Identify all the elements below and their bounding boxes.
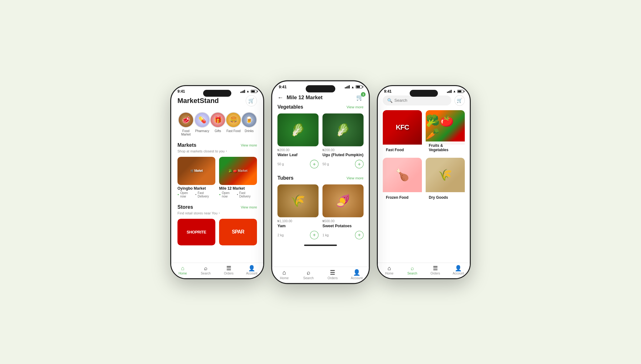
category-label-fastfood: Fast Food bbox=[226, 129, 240, 133]
dynamic-island-2 bbox=[306, 85, 336, 92]
nav-orders-icon-1: ☰ bbox=[226, 265, 231, 271]
tubers-view-more[interactable]: View more bbox=[346, 176, 363, 180]
vegetables-section: Vegetables View more 🥬 ₦200.00 Water Lea… bbox=[272, 104, 369, 168]
cart-with-badge[interactable]: 🛒 3 bbox=[356, 94, 363, 101]
yam-qty: 2 kg bbox=[277, 233, 284, 237]
nav-orders-2[interactable]: ☰ Orders bbox=[320, 269, 345, 280]
phone2-content: ← Mile 12 Market 🛒 3 Vegetables View mor… bbox=[272, 91, 369, 267]
category-circle-fastfood: 🍔 bbox=[226, 112, 241, 128]
waterleaf-name: Water Leaf bbox=[277, 152, 318, 157]
nav-home-2[interactable]: ⌂ Home bbox=[272, 269, 296, 280]
nav-home-1[interactable]: ⌂ Home bbox=[171, 265, 194, 275]
nav-account-3[interactable]: 👤 Account bbox=[447, 265, 470, 275]
search-input-wrap[interactable]: 🔍 bbox=[383, 95, 451, 105]
cat-label-fruits: Fruits & Vegetables bbox=[426, 141, 465, 154]
nav-account-icon-3: 👤 bbox=[455, 265, 462, 271]
stores-title: Stores bbox=[177, 204, 193, 210]
mile12-info: Mile 12 Market ● Open now • Fast Deliver… bbox=[219, 185, 257, 198]
markets-subtitle: Shop at markets closest to you › bbox=[177, 149, 257, 153]
nav-orders-1[interactable]: ☰ Orders bbox=[217, 265, 240, 275]
stores-view-more[interactable]: View more bbox=[241, 205, 257, 209]
store-cards: SHOPRITE SPAR bbox=[177, 219, 257, 245]
category-food-market[interactable]: 🥩 Food Market bbox=[177, 112, 194, 136]
product-card-sweetpotato: 🍠 ₦500.00 Sweet Potatoes 1 kg + bbox=[322, 184, 363, 239]
nav-search-icon-1: ⌕ bbox=[204, 265, 208, 271]
nav-orders-3[interactable]: ☰ Orders bbox=[424, 265, 447, 275]
category-drinks[interactable]: 🍺 Drinks bbox=[241, 112, 257, 136]
nav-orders-label-3: Orders bbox=[430, 272, 440, 275]
add-waterleaf-btn[interactable]: + bbox=[310, 160, 318, 168]
bottom-nav-3: ⌂ Home ⌕ Search ☰ Orders 👤 Account bbox=[378, 263, 470, 278]
ugu-name: Ugu (Fluted Pumpkin) bbox=[322, 152, 363, 157]
waterleaf-price: ₦200.00 bbox=[277, 148, 318, 152]
chevron-right-markets: › bbox=[226, 149, 227, 153]
tubers-title: Tubers bbox=[277, 175, 293, 180]
nav-home-3[interactable]: ⌂ Home bbox=[378, 265, 401, 275]
nav-search-3[interactable]: ⌕ Search bbox=[401, 265, 424, 275]
markets-view-more[interactable]: View more bbox=[241, 143, 257, 147]
market-card-mile12[interactable]: 🥦 🍅 Market Mile 12 Market ● Open now • F… bbox=[219, 157, 257, 198]
add-sweetpotato-btn[interactable]: + bbox=[355, 231, 363, 239]
mile12-image: 🥦 🍅 Market bbox=[219, 157, 257, 185]
store-card-shoprite[interactable]: SHOPRITE bbox=[177, 219, 215, 245]
cat-label-fast-food: Fast Food bbox=[383, 146, 422, 154]
product-card-yam: 🌾 ₦1,100.00 Yam 2 kg + bbox=[277, 184, 318, 239]
category-grid: KFC Fast Food 🥦🍅🥕 Fruits & Vegetables bbox=[383, 110, 465, 202]
oyingbo-name: Oyingbo Market bbox=[177, 186, 215, 191]
cat-card-fast-food[interactable]: KFC Fast Food bbox=[383, 110, 422, 154]
nav-orders-icon-2: ☰ bbox=[330, 269, 335, 275]
waterleaf-image: 🥬 bbox=[277, 113, 318, 146]
waterleaf-qty: 50 g bbox=[277, 162, 284, 166]
category-gifts[interactable]: 🎁 Gifts bbox=[210, 112, 226, 136]
nav-account-1[interactable]: 👤 Account bbox=[240, 265, 264, 275]
mile12-name: Mile 12 Market bbox=[219, 186, 257, 191]
stores-subtitle: Find retail stores near You › bbox=[177, 211, 257, 215]
vegetables-header: Vegetables View more bbox=[277, 104, 363, 110]
nav-account-2[interactable]: 👤 Account bbox=[345, 269, 369, 280]
waterleaf-footer: 50 g + bbox=[277, 160, 318, 168]
nav-search-label-2: Search bbox=[303, 276, 314, 280]
category-label-pharmacy: Pharmacy bbox=[195, 129, 209, 133]
add-yam-btn[interactable]: + bbox=[310, 231, 318, 239]
signal-bar-4 bbox=[244, 90, 245, 93]
wifi-icon-1: ▲ bbox=[246, 90, 249, 93]
cart-badge: 3 bbox=[361, 92, 366, 97]
category-row: 🥩 Food Market 💊 Pharmacy 🎁 Gifts 🍔 Fast … bbox=[177, 112, 257, 136]
status-icons-2: ▲ bbox=[345, 85, 362, 89]
tubers-section: Tubers View more 🌾 ₦1,100.00 Yam bbox=[272, 175, 369, 239]
bottom-nav-1: ⌂ Home ⌕ Search ☰ Orders 👤 Account bbox=[171, 263, 263, 278]
cat-card-drygoods[interactable]: 🌾 Dry Goods bbox=[426, 158, 465, 202]
category-pharmacy[interactable]: 💊 Pharmacy bbox=[194, 112, 210, 136]
vegetables-view-more[interactable]: View more bbox=[346, 105, 363, 109]
back-button[interactable]: ← bbox=[277, 94, 283, 101]
sweetpotato-footer: 1 kg + bbox=[322, 231, 363, 239]
ugu-qty: 50 g bbox=[322, 162, 329, 166]
tubers-row: 🌾 ₦1,100.00 Yam 2 kg + bbox=[277, 184, 363, 239]
store-card-spar[interactable]: SPAR bbox=[219, 219, 257, 245]
nav-home-icon-1: ⌂ bbox=[181, 265, 184, 271]
add-ugu-btn[interactable]: + bbox=[355, 160, 363, 168]
nav-search-icon-3: ⌕ bbox=[411, 265, 414, 271]
category-label-drinks: Drinks bbox=[245, 129, 254, 133]
ugu-image: 🥬 bbox=[322, 113, 363, 146]
cart-button-3[interactable]: 🛒 bbox=[454, 95, 465, 106]
nav-search-label-3: Search bbox=[407, 272, 417, 275]
market-card-oyingbo[interactable]: 🛒 Market Oyingbo Market ● Open now • Fas… bbox=[177, 157, 215, 198]
cat-card-fruits[interactable]: 🥦🍅🥕 Fruits & Vegetables bbox=[426, 110, 465, 154]
time-2: 9:41 bbox=[279, 85, 287, 89]
oyingbo-image: 🛒 Market bbox=[177, 157, 215, 185]
battery-icon-1 bbox=[251, 90, 257, 93]
app-title: MarketStand bbox=[177, 97, 219, 105]
nav-home-icon-2: ⌂ bbox=[283, 269, 286, 275]
phone-search: 9:41 ▲ 🔍 bbox=[377, 85, 471, 279]
nav-search-2[interactable]: ⌕ Search bbox=[296, 269, 320, 280]
cart-button-1[interactable]: 🛒 bbox=[246, 95, 257, 106]
sweetpotato-image: 🍠 bbox=[322, 184, 363, 217]
category-fast-food[interactable]: 🍔 Fast Food bbox=[226, 112, 241, 136]
search-input-3[interactable] bbox=[394, 98, 447, 103]
nav-search-1[interactable]: ⌕ Search bbox=[194, 265, 218, 275]
fruits-image: 🥦🍅🥕 bbox=[426, 110, 465, 145]
yam-name: Yam bbox=[277, 223, 318, 228]
home-indicator-2 bbox=[272, 242, 369, 249]
cat-card-frozen[interactable]: 🍗 Frozen Food bbox=[383, 158, 422, 202]
